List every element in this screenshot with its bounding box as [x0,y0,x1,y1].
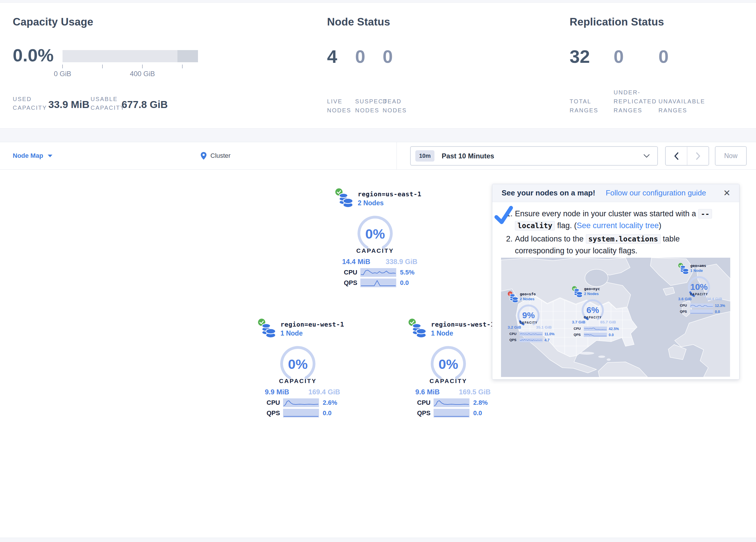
total-ranges-value: 32 [570,46,604,67]
view-selector-dropdown[interactable]: Node Map [13,142,52,169]
capacity-percent: 0% [346,226,404,242]
next-time-button[interactable] [687,147,709,165]
breadcrumb-label: Cluster [210,152,231,159]
time-window-badge: 10m [415,150,434,161]
now-button[interactable]: Now [715,146,747,166]
capacity-percent: 0% [269,356,327,372]
total-capacity: 338.9 GiB [386,258,417,266]
unavailable-ranges-stat: 0 UNAVAILABLE RANGES [658,46,706,115]
used-capacity: 14.4 MiB [342,258,370,266]
dead-nodes-label: DEAD NODES [383,97,412,115]
node-group-card-eu-west-1[interactable]: region=eu-west-1 1 Node 0% CAPACITY 9.9 … [258,319,342,420]
locality-label: geo=nyc [584,287,600,291]
qps-label: QPS [509,338,516,342]
database-nodes-icon [509,294,518,303]
map-toolbar: Node Map Cluster 10m Past 10 Minutes [0,142,756,170]
node-map-setup-popup: See your nodes on a map! Follow our conf… [492,184,740,380]
configuration-guide-link[interactable]: Follow our configuration guide [606,188,706,197]
cpu-value: 5.5% [400,269,414,276]
node-map-canvas: region=us-east-1 2 Nodes 0% CAPACITY 14.… [0,170,756,538]
step-number: 2. [504,233,513,245]
dead-nodes-stat: 0 DEAD NODES [383,46,412,115]
cpu-value: 11.0% [544,332,555,336]
qps-value: 0.0 [323,409,332,417]
qps-label: QPS [417,409,430,417]
mini-node-card-ams: geo=ams 1 Node 10% CAPACITY 3.6 GiB 34.4… [678,263,722,315]
cpu-label: CPU [574,327,581,330]
cpu-value: 2.8% [473,399,488,407]
total-capacity: 34.4 GiB [707,297,722,301]
chevron-down-icon [643,154,650,158]
suspect-nodes-stat: 0 SUSPECT NODES [355,46,382,115]
popup-title: See your nodes on a map! [502,188,595,197]
node-count: 2 Nodes [584,292,599,296]
axis-tick [182,65,183,68]
node-group-card-us-east-1[interactable]: region=us-east-1 2 Nodes 0% CAPACITY 14.… [335,188,419,290]
database-nodes-icon [680,265,689,275]
live-nodes-stat: 4 LIVE NODES [327,46,354,115]
capacity-label: CAPACITY [419,378,477,385]
axis-tick-label: 400 GiB [125,70,160,78]
total-capacity: 169.5 GiB [459,388,491,396]
node-status-title: Node Status [327,16,390,28]
unavailable-value: 0 [658,46,706,67]
breadcrumb[interactable]: Cluster [200,142,231,169]
capacity-percent: 6% [575,305,610,315]
qps-sparkline [283,409,319,418]
qps-sparkline [434,409,469,418]
suspect-nodes-value: 0 [355,46,382,67]
database-nodes-icon [412,323,426,338]
capacity-usage-title: Capacity Usage [13,16,93,28]
database-nodes-icon [574,289,583,298]
capacity-label: CAPACITY [346,247,404,254]
total-capacity: 65.7 GiB [600,320,616,324]
node-group-card-us-west-1[interactable]: region=us-west-1 1 Node 0% CAPACITY 9.6 … [408,319,492,420]
qps-value: 0.0 [609,333,614,337]
under-replicated-label: UNDER-REPLICATED RANGES [614,88,657,115]
used-capacity: 9.6 MiB [415,388,440,396]
used-capacity: 3.7 GiB [572,320,586,324]
qps-label: QPS [574,333,581,337]
qps-metric-row: QPS 0.0 [416,409,492,418]
node-count: 1 Node [690,268,703,273]
replication-status-title: Replication Status [570,16,664,28]
usable-capacity-value: 677.8 GiB [122,99,168,110]
qps-label: QPS [267,409,280,417]
locality-label: region=us-east-1 [358,190,421,198]
qps-value: 4.7 [544,338,549,342]
under-replicated-value: 0 [614,46,657,67]
cpu-metric-row: CPU 2.6% [266,398,342,407]
locality-label: region=eu-west-1 [280,321,344,328]
time-window-dropdown[interactable]: 10m Past 10 Minutes [410,146,658,166]
mini-node-card-sfo: 1 geo=sfo 2 Nodes 9% CAPACITY 3.2 GiB 35… [508,291,552,344]
database-nodes-icon [261,323,276,338]
node-count-link[interactable]: 1 Node [280,330,303,337]
used-capacity: 9.9 MiB [265,388,289,396]
node-count-link[interactable]: 1 Node [431,330,453,337]
capacity-min-max: 9.9 MiB 169.4 GiB [265,388,340,396]
locality-label: geo=ams [690,263,706,268]
close-icon[interactable]: ✕ [723,188,731,198]
qps-sparkline [360,279,396,287]
step-text: flag. ( [555,221,577,230]
capacity-min-max: 14.4 MiB 338.9 GiB [342,258,417,266]
cpu-label: CPU [267,399,280,407]
locality-label: region=us-west-1 [431,321,495,328]
locality-tree-link[interactable]: See current locality tree [577,221,659,230]
qps-metric-row: QPS 4.7 [509,338,552,342]
cpu-sparkline [283,398,319,407]
qps-sparkline [690,310,713,314]
capacity-min-max: 9.6 MiB 169.5 GiB [415,388,491,396]
previous-time-button[interactable] [666,147,687,165]
database-nodes-icon [339,193,353,208]
step-text: Ensure every node in your cluster was st… [515,209,698,218]
location-pin-icon [200,152,207,160]
setup-steps: 1.Ensure every node in your cluster was … [492,208,739,256]
cpu-metric-row: CPU 11.0% [509,332,552,336]
qps-metric-row: QPS 0.0 [343,279,419,287]
node-count-link[interactable]: 2 Nodes [358,199,383,207]
cpu-sparkline [520,332,543,336]
capacity-label: CAPACITY [511,321,546,324]
cpu-value: 2.6% [323,399,337,407]
cpu-label: CPU [509,332,516,336]
